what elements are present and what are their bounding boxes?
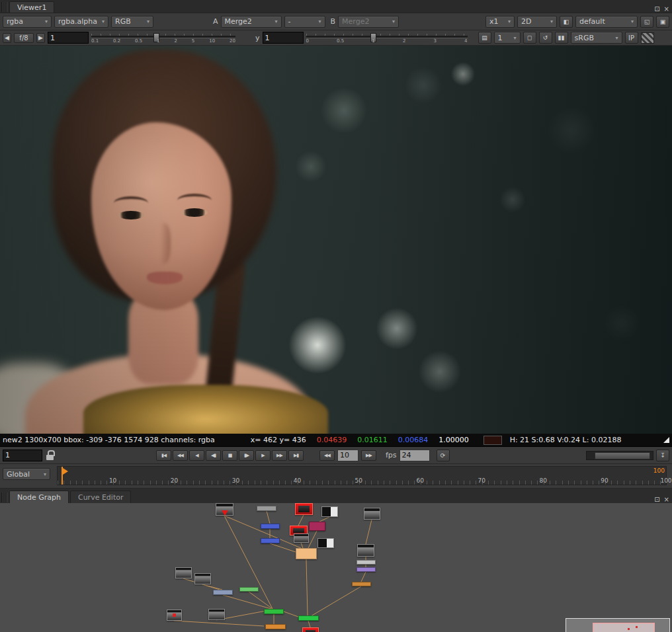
viewer-panel-tabbar: Viewer1 ⊡ × [0, 0, 672, 13]
panel-grip-icon[interactable] [1, 2, 7, 12]
viewer-capture-icon[interactable]: ◧ [560, 16, 573, 28]
graph-node[interactable] [295, 503, 313, 515]
float-panel-icon[interactable]: ⊡ [654, 5, 659, 13]
lock-frame-icon[interactable] [45, 450, 56, 461]
transport-button[interactable]: ▮▶ [239, 450, 254, 461]
graph-node[interactable] [261, 538, 280, 543]
graph-node[interactable] [298, 615, 319, 621]
checker-icon[interactable] [641, 32, 654, 44]
display-channels-dropdown[interactable]: RGB [111, 16, 153, 28]
timeline-tick-label: 60 [417, 477, 424, 484]
playhead[interactable] [62, 467, 63, 485]
timeline-tick-label: 70 [478, 477, 485, 484]
transport-button[interactable]: ▶ [255, 450, 271, 461]
viewer-lut-dropdown[interactable]: sRGB [571, 32, 622, 44]
graph-node[interactable] [364, 508, 380, 520]
graph-node[interactable] [216, 503, 233, 516]
proxy-zoom-dropdown[interactable]: x1 [485, 16, 515, 28]
timeline-tick-label: 10 [109, 477, 116, 484]
tab-viewer1[interactable]: Viewer1 [9, 1, 54, 13]
graph-node[interactable] [317, 538, 334, 548]
timeline-tick-label: 90 [601, 477, 608, 484]
gain-slider[interactable]: 0.10.20.51251020 [91, 32, 235, 43]
tab-curve-editor[interactable]: Curve Editor [70, 491, 132, 503]
gain-ticks: 0.10.20.51251020 [91, 38, 235, 44]
graph-node[interactable] [239, 587, 259, 592]
pause-icon[interactable]: ▮▮ [555, 32, 568, 44]
zoom-lock-icon[interactable]: ◱ [640, 16, 653, 28]
timeline-tick-label: 40 [294, 477, 301, 484]
close-panel-icon[interactable]: × [664, 5, 669, 13]
panel-grip-icon[interactable] [1, 493, 7, 502]
gain-fstop-button[interactable]: f/8 [14, 33, 34, 43]
view-mode-dropdown[interactable]: 2D [517, 16, 557, 28]
input-process-button[interactable]: IP [625, 32, 638, 44]
graph-node[interactable] [175, 567, 192, 578]
input-a-dropdown[interactable]: Merge2 [221, 16, 282, 28]
graph-node[interactable] [257, 506, 276, 511]
nodegraph-panel-tabbar: Node Graph Curve Editor ⊡ × [0, 489, 672, 503]
graph-node[interactable] [357, 567, 376, 572]
transport-button[interactable]: ◀ [189, 450, 204, 461]
graph-node[interactable] [264, 609, 284, 614]
timeline-ruler[interactable]: 100 102030405060708090100 [57, 466, 667, 485]
timeline-tick-label: 50 [355, 477, 362, 484]
loop-mode-icon[interactable]: ⟳ [437, 450, 450, 461]
graph-node[interactable] [194, 573, 211, 584]
graph-node[interactable] [302, 627, 319, 632]
graph-node[interactable] [309, 522, 325, 531]
graph-node[interactable] [357, 544, 374, 557]
refresh-icon[interactable]: ↺ [539, 32, 552, 44]
gain-prev-icon[interactable]: ◀ [3, 33, 11, 43]
node-canvas[interactable] [0, 503, 672, 632]
jump-frames-input[interactable] [337, 450, 358, 461]
compose-mode-dropdown[interactable]: - [284, 16, 325, 28]
float-panel-icon[interactable]: ⊡ [654, 496, 659, 503]
graph-node[interactable] [294, 533, 309, 543]
scrollbar-handle[interactable] [595, 452, 650, 459]
frame-range-dropdown[interactable]: Global [3, 468, 50, 480]
graph-node[interactable] [265, 624, 286, 629]
minimap-viewport[interactable] [593, 623, 655, 632]
timeline-bar: Global 100 102030405060708090100 [0, 464, 672, 489]
graph-node[interactable] [208, 609, 225, 620]
nuke-window: Viewer1 ⊡ × rgba rgba.alpha RGB A Merge2… [0, 0, 672, 632]
viewer-toolbar-bottom: ◀ f/8 ▶ 0.10.20.51251020 y 00.51234 ▤ 1 … [0, 30, 672, 46]
transport-button[interactable]: ◀▮ [206, 450, 221, 461]
frame-viewport-icon[interactable]: ▣ [656, 16, 669, 28]
transport-button[interactable]: ◀◀ [173, 450, 188, 461]
scroll-end-icon[interactable]: ↧ [656, 450, 669, 461]
fps-input[interactable] [399, 450, 430, 461]
viewer-process-dropdown[interactable]: default [575, 16, 638, 28]
graph-node[interactable] [167, 610, 182, 621]
graph-node[interactable] [321, 506, 338, 517]
gamma-input[interactable] [263, 32, 304, 44]
info-corner-icon [663, 437, 669, 443]
transport-button[interactable]: ▮◀ [156, 450, 171, 461]
timeline-scrollbar[interactable] [586, 451, 653, 460]
close-panel-icon[interactable]: × [664, 496, 669, 503]
transport-button[interactable]: ▶▶ [272, 450, 287, 461]
jump-back-button[interactable]: ◀◀ [319, 450, 335, 461]
input-b-dropdown[interactable]: Merge2 [338, 16, 399, 28]
viewer-canvas[interactable] [0, 46, 672, 434]
graph-node[interactable] [357, 560, 376, 565]
transport-button[interactable]: ■ [222, 450, 237, 461]
graph-node[interactable] [296, 548, 317, 559]
channels-dropdown[interactable]: rgba [3, 16, 52, 28]
proxy-toggle-icon[interactable]: ▤ [478, 32, 491, 44]
downrez-dropdown[interactable]: 1 [494, 32, 521, 44]
minimap[interactable] [566, 618, 670, 632]
current-frame-input[interactable] [3, 450, 42, 461]
alpha-channel-dropdown[interactable]: rgba.alpha [54, 16, 108, 28]
tab-node-graph[interactable]: Node Graph [9, 491, 69, 503]
roi-icon[interactable]: ◻ [523, 32, 536, 44]
gamma-slider[interactable]: 00.51234 [306, 32, 468, 43]
graph-node[interactable] [261, 524, 280, 529]
gain-input[interactable] [48, 32, 89, 44]
transport-button[interactable]: ▶▮ [288, 450, 304, 461]
gain-next-icon[interactable]: ▶ [36, 33, 45, 43]
graph-node[interactable] [352, 582, 371, 586]
jump-forward-button[interactable]: ▶▶ [361, 450, 376, 461]
graph-node[interactable] [213, 590, 233, 595]
